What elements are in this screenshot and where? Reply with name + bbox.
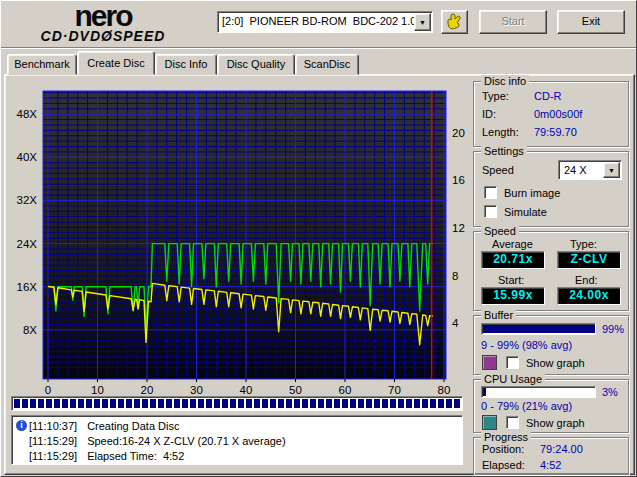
eject-button[interactable] xyxy=(441,10,468,34)
simulate-checkbox[interactable] xyxy=(484,205,497,218)
speed-chart: 8X16X24X32X40X48X48121620010203040506070… xyxy=(9,83,469,395)
toolbar-separator xyxy=(1,47,637,49)
svg-text:0: 0 xyxy=(45,384,51,395)
disc-id-value: 0m00s00f xyxy=(534,108,582,120)
progress-elapsed-label: Elapsed: xyxy=(482,459,525,471)
buffer-percent: 99% xyxy=(602,323,624,335)
svg-text:8X: 8X xyxy=(23,324,37,336)
cpu-meter-fill xyxy=(483,388,486,396)
log-line: i [11:15:29] Speed:16-24 X Z-CLV (20.71 … xyxy=(16,433,458,448)
speed-type-label: Type: xyxy=(570,238,597,250)
buffer-color-swatch xyxy=(482,355,497,370)
settings-title: Settings xyxy=(481,145,527,157)
disc-type-label: Type: xyxy=(482,90,509,102)
tab-scandisc[interactable]: ScanDisc xyxy=(295,54,359,75)
speed-group: Speed Average Type: 20.71x Z-CLV Start: … xyxy=(473,231,629,311)
svg-text:40X: 40X xyxy=(17,151,38,163)
burn-image-checkbox[interactable] xyxy=(484,186,497,199)
toolbar: nero CD·DVDØSPEED [2:0] PIONEER BD-ROM B… xyxy=(1,1,637,47)
speed-start-value: 15.99x xyxy=(481,287,545,305)
disc-length-label: Length: xyxy=(482,126,519,138)
drive-select[interactable]: [2:0] PIONEER BD-ROM BDC-202 1.00 ▼ xyxy=(217,11,433,33)
cpu-percent: 3% xyxy=(602,386,618,398)
svg-text:20: 20 xyxy=(452,127,465,139)
cpu-group: CPU Usage 3% 0 - 79% (21% avg) Show grap… xyxy=(473,379,629,433)
log-time: [11:10:37] xyxy=(29,420,77,432)
svg-text:50: 50 xyxy=(289,384,302,395)
log-text: Creating Data Disc xyxy=(87,420,179,432)
progress-position-label: Position: xyxy=(482,443,524,455)
svg-text:4: 4 xyxy=(452,317,459,329)
cpu-title: CPU Usage xyxy=(481,373,545,385)
svg-text:8: 8 xyxy=(452,270,458,282)
disc-info-group: Disc info Type: CD-R ID: 0m00s00f Length… xyxy=(473,81,629,147)
svg-text:20: 20 xyxy=(141,384,154,395)
chevron-down-icon[interactable]: ▼ xyxy=(414,13,431,31)
cpu-show-graph-checkbox[interactable] xyxy=(506,416,519,429)
exit-button[interactable]: Exit xyxy=(557,10,625,34)
svg-text:30: 30 xyxy=(190,384,203,395)
settings-group: Settings Speed 24 X ▼ Burn image Simulat… xyxy=(473,151,629,227)
progress-title: Progress xyxy=(481,431,531,443)
log-line: i [11:10:37] Creating Data Disc xyxy=(16,418,458,433)
svg-text:16X: 16X xyxy=(17,281,38,293)
log-line: i [11:15:29] Elapsed Time: 4:52 xyxy=(16,448,458,463)
cpu-show-graph-label: Show graph xyxy=(526,417,585,429)
disc-info-title: Disc info xyxy=(481,75,529,87)
log-text: Speed:16-24 X Z-CLV (20.71 X average) xyxy=(87,435,286,447)
chevron-down-icon[interactable]: ▼ xyxy=(603,162,620,178)
svg-text:16: 16 xyxy=(452,174,465,186)
disc-length-value: 79:59.70 xyxy=(534,126,577,138)
info-icon: i xyxy=(16,420,27,431)
speed-end-value: 24.00x xyxy=(557,287,621,305)
svg-text:12: 12 xyxy=(452,222,465,234)
tab-disc-quality[interactable]: Disc Quality xyxy=(217,54,295,75)
buffer-meter xyxy=(481,323,596,335)
cpu-meter xyxy=(481,386,596,398)
speed-select[interactable]: 24 X ▼ xyxy=(558,160,622,180)
tab-disc-info[interactable]: Disc Info xyxy=(155,54,217,75)
log-text: Elapsed Time: 4:52 xyxy=(87,450,184,462)
speed-average-value: 20.71x xyxy=(481,251,545,269)
svg-text:40: 40 xyxy=(240,384,253,395)
speed-type-value: Z-CLV xyxy=(557,251,621,269)
simulate-label: Simulate xyxy=(504,206,547,218)
buffer-group: Buffer 99% 9 - 99% (98% avg) Show graph xyxy=(473,315,629,375)
status-log[interactable]: i [11:10:37] Creating Data Disc i [11:15… xyxy=(11,415,463,465)
logo-cdvdspeed-text: CD·DVDØSPEED xyxy=(13,29,193,43)
buffer-range: 9 - 99% (98% avg) xyxy=(481,339,572,351)
nero-logo: nero CD·DVDØSPEED xyxy=(13,3,193,43)
progress-group: Progress Position: 79:24.00 Elapsed: 4:5… xyxy=(473,437,629,475)
log-time: [11:15:29] xyxy=(29,450,77,462)
buffer-show-graph-checkbox[interactable] xyxy=(506,356,519,369)
progress-elapsed-value: 4:52 xyxy=(540,459,561,471)
disc-type-value: CD-R xyxy=(534,90,562,102)
start-button[interactable]: Start xyxy=(479,10,547,34)
svg-text:48X: 48X xyxy=(17,108,38,120)
nero-cd-dvd-speed-window: nero CD·DVDØSPEED [2:0] PIONEER BD-ROM B… xyxy=(0,0,637,477)
burn-progress-bar xyxy=(11,396,463,411)
buffer-meter-fill xyxy=(483,325,595,333)
tab-create-disc[interactable]: Create Disc xyxy=(77,51,155,75)
cpu-color-swatch xyxy=(482,415,497,430)
speed-start-label: Start: xyxy=(498,274,524,286)
speed-select-label: Speed xyxy=(482,164,514,176)
logo-nero-text: nero xyxy=(13,3,193,29)
disc-id-label: ID: xyxy=(482,108,496,120)
log-time: [11:15:29] xyxy=(29,435,77,447)
svg-text:24X: 24X xyxy=(17,238,38,250)
svg-text:10: 10 xyxy=(91,384,104,395)
buffer-title: Buffer xyxy=(481,309,516,321)
burn-progress-fill xyxy=(14,399,460,408)
progress-position-value: 79:24.00 xyxy=(540,443,583,455)
svg-text:32X: 32X xyxy=(17,194,38,206)
svg-text:80: 80 xyxy=(438,384,451,395)
tab-benchmark[interactable]: Benchmark xyxy=(7,54,77,75)
speed-end-label: End: xyxy=(575,274,598,286)
svg-text:60: 60 xyxy=(339,384,352,395)
speed-select-value: 24 X xyxy=(564,164,587,176)
burn-image-label: Burn image xyxy=(504,187,560,199)
cpu-range: 0 - 79% (21% avg) xyxy=(481,400,572,412)
drive-select-value: [2:0] PIONEER BD-ROM BDC-202 1.00 xyxy=(222,15,423,27)
svg-text:70: 70 xyxy=(388,384,401,395)
